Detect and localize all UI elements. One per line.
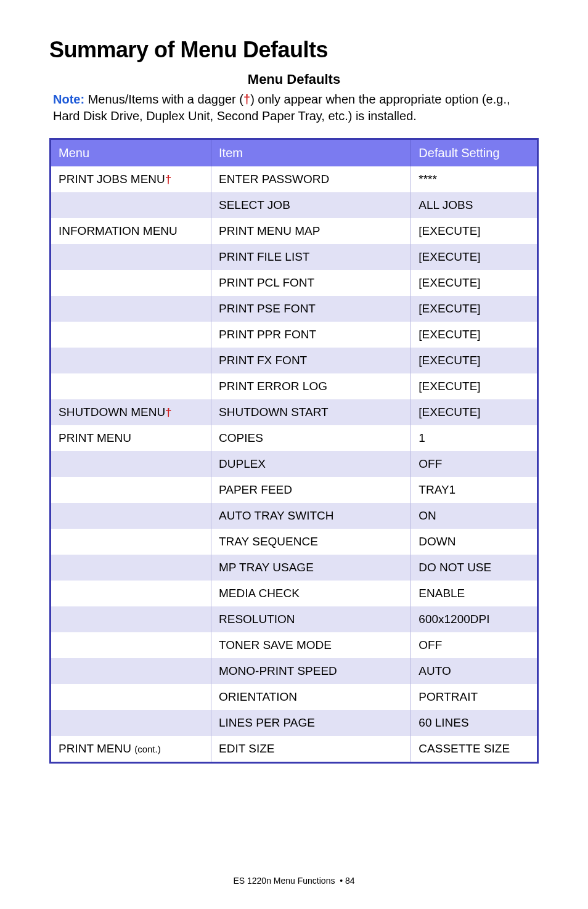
cell-item: DUPLEX bbox=[211, 451, 411, 477]
table-row: PRINT FILE LIST[EXECUTE] bbox=[51, 244, 538, 270]
cell-item: ORIENTATION bbox=[211, 684, 411, 710]
cell-item: COPIES bbox=[211, 425, 411, 451]
cell-default: ENABLE bbox=[411, 581, 538, 606]
cell-default: 60 LINES bbox=[411, 710, 538, 736]
cell-menu bbox=[51, 192, 211, 218]
cell-menu bbox=[51, 270, 211, 296]
cell-item: MP TRAY USAGE bbox=[211, 555, 411, 581]
cell-item: PRINT MENU MAP bbox=[211, 218, 411, 244]
table-row: ORIENTATIONPORTRAIT bbox=[51, 684, 538, 710]
cell-item: MEDIA CHECK bbox=[211, 581, 411, 606]
cell-menu bbox=[51, 710, 211, 736]
table-row: SELECT JOBALL JOBS bbox=[51, 192, 538, 218]
table-row: MEDIA CHECKENABLE bbox=[51, 581, 538, 606]
cell-menu: INFORMATION MENU bbox=[51, 218, 211, 244]
cell-menu bbox=[51, 581, 211, 606]
cell-default: OFF bbox=[411, 451, 538, 477]
cell-item: TRAY SEQUENCE bbox=[211, 529, 411, 555]
cell-menu bbox=[51, 555, 211, 581]
table-row: PRINT ERROR LOG[EXECUTE] bbox=[51, 373, 538, 399]
note-paragraph: Note: Menus/Items with a dagger (†) only… bbox=[53, 91, 535, 124]
footer-text: ES 1220n Menu Functions bbox=[233, 876, 335, 886]
table-row: PRINT PSE FONT[EXECUTE] bbox=[51, 296, 538, 322]
header-menu: Menu bbox=[51, 139, 211, 167]
cell-default: 600x1200DPI bbox=[411, 606, 538, 632]
header-item: Item bbox=[211, 139, 411, 167]
header-default: Default Setting bbox=[411, 139, 538, 167]
cell-menu bbox=[51, 322, 211, 348]
page-footer: ES 1220n Menu Functions • 84 bbox=[0, 876, 588, 886]
table-row: AUTO TRAY SWITCHON bbox=[51, 503, 538, 529]
cell-item: PRINT FX FONT bbox=[211, 348, 411, 373]
table-row: PRINT MENUCOPIES1 bbox=[51, 425, 538, 451]
cell-default: TRAY1 bbox=[411, 477, 538, 503]
cell-menu bbox=[51, 296, 211, 322]
cell-item: MONO-PRINT SPEED bbox=[211, 658, 411, 684]
cell-menu: PRINT MENU (cont.) bbox=[51, 736, 211, 763]
cell-item: PRINT PSE FONT bbox=[211, 296, 411, 322]
footer-page: 84 bbox=[345, 876, 355, 886]
table-row: PRINT PPR FONT[EXECUTE] bbox=[51, 322, 538, 348]
footer-bullet-icon: • bbox=[340, 876, 343, 886]
dagger-icon: † bbox=[165, 173, 172, 185]
table-row: DUPLEXOFF bbox=[51, 451, 538, 477]
cell-item: PRINT ERROR LOG bbox=[211, 373, 411, 399]
table-row: RESOLUTION600x1200DPI bbox=[51, 606, 538, 632]
menu-text: PRINT JOBS MENU bbox=[59, 173, 165, 185]
cell-menu bbox=[51, 529, 211, 555]
cell-default: 1 bbox=[411, 425, 538, 451]
page-title: Summary of Menu Defaults bbox=[49, 37, 539, 63]
cell-item: EDIT SIZE bbox=[211, 736, 411, 763]
note-text-before: Menus/Items with a dagger ( bbox=[84, 92, 243, 106]
cell-menu bbox=[51, 244, 211, 270]
cell-menu: PRINT JOBS MENU† bbox=[51, 166, 211, 192]
table-row: LINES PER PAGE60 LINES bbox=[51, 710, 538, 736]
cell-menu: PRINT MENU bbox=[51, 425, 211, 451]
table-row: PAPER FEEDTRAY1 bbox=[51, 477, 538, 503]
cell-default: ON bbox=[411, 503, 538, 529]
cell-menu bbox=[51, 658, 211, 684]
cell-menu bbox=[51, 606, 211, 632]
cell-item: LINES PER PAGE bbox=[211, 710, 411, 736]
cell-item: ENTER PASSWORD bbox=[211, 166, 411, 192]
cell-item: PAPER FEED bbox=[211, 477, 411, 503]
cell-item: RESOLUTION bbox=[211, 606, 411, 632]
cell-default: ALL JOBS bbox=[411, 192, 538, 218]
table-row: PRINT MENU (cont.)EDIT SIZECASSETTE SIZE bbox=[51, 736, 538, 763]
cell-menu bbox=[51, 684, 211, 710]
cell-default: PORTRAIT bbox=[411, 684, 538, 710]
table-row: MONO-PRINT SPEEDAUTO bbox=[51, 658, 538, 684]
cell-default: AUTO bbox=[411, 658, 538, 684]
cell-item: PRINT PPR FONT bbox=[211, 322, 411, 348]
cell-item: PRINT FILE LIST bbox=[211, 244, 411, 270]
cell-default: [EXECUTE] bbox=[411, 322, 538, 348]
note-label: Note: bbox=[53, 92, 84, 106]
cell-default: [EXECUTE] bbox=[411, 218, 538, 244]
dagger-icon: † bbox=[165, 406, 172, 418]
cell-default: [EXECUTE] bbox=[411, 348, 538, 373]
cell-menu bbox=[51, 373, 211, 399]
cell-menu bbox=[51, 477, 211, 503]
table-row: INFORMATION MENUPRINT MENU MAP[EXECUTE] bbox=[51, 218, 538, 244]
table-row: PRINT JOBS MENU†ENTER PASSWORD**** bbox=[51, 166, 538, 192]
cell-default: **** bbox=[411, 166, 538, 192]
cell-default: OFF bbox=[411, 632, 538, 658]
table-row: TONER SAVE MODEOFF bbox=[51, 632, 538, 658]
cell-item: AUTO TRAY SWITCH bbox=[211, 503, 411, 529]
menu-text: INFORMATION MENU bbox=[59, 224, 178, 237]
cell-menu bbox=[51, 451, 211, 477]
table-row: PRINT PCL FONT[EXECUTE] bbox=[51, 270, 538, 296]
defaults-table: Menu Item Default Setting PRINT JOBS MEN… bbox=[49, 138, 539, 764]
table-row: SHUTDOWN MENU†SHUTDOWN START[EXECUTE] bbox=[51, 399, 538, 425]
cell-default: DOWN bbox=[411, 529, 538, 555]
cell-default: [EXECUTE] bbox=[411, 296, 538, 322]
cell-default: [EXECUTE] bbox=[411, 373, 538, 399]
table-row: MP TRAY USAGEDO NOT USE bbox=[51, 555, 538, 581]
cell-menu: SHUTDOWN MENU† bbox=[51, 399, 211, 425]
cell-default: CASSETTE SIZE bbox=[411, 736, 538, 763]
cell-item: TONER SAVE MODE bbox=[211, 632, 411, 658]
cell-default: [EXECUTE] bbox=[411, 270, 538, 296]
cell-item: PRINT PCL FONT bbox=[211, 270, 411, 296]
cell-menu bbox=[51, 632, 211, 658]
dagger-icon: † bbox=[243, 92, 250, 106]
